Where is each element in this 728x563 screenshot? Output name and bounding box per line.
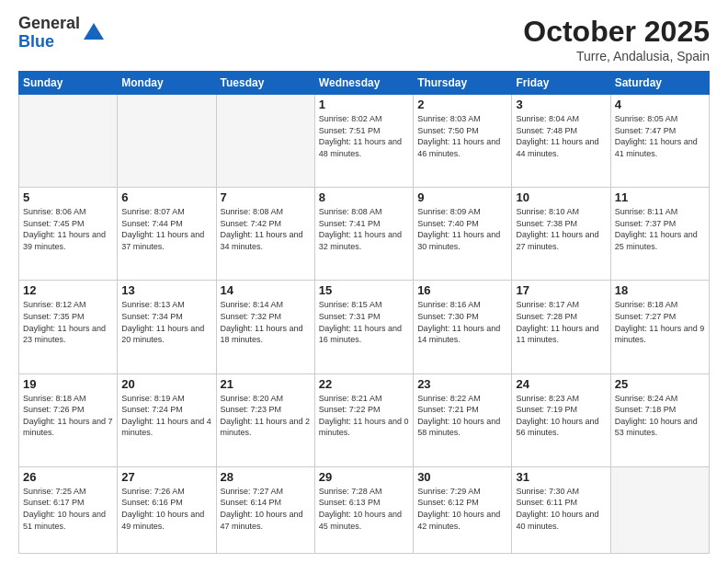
day-info: Sunrise: 7:29 AM Sunset: 6:12 PM Dayligh…	[417, 486, 507, 532]
table-row: 8Sunrise: 8:08 AM Sunset: 7:41 PM Daylig…	[314, 188, 413, 281]
day-number: 3	[516, 98, 606, 111]
month-title: October 2025	[523, 15, 710, 49]
table-row: 7Sunrise: 8:08 AM Sunset: 7:42 PM Daylig…	[216, 188, 314, 281]
table-row: 15Sunrise: 8:15 AM Sunset: 7:31 PM Dayli…	[314, 281, 413, 373]
table-row: 2Sunrise: 8:03 AM Sunset: 7:50 PM Daylig…	[414, 95, 512, 188]
table-row: 5Sunrise: 8:06 AM Sunset: 7:45 PM Daylig…	[19, 188, 118, 281]
logo: General Blue	[18, 15, 104, 52]
day-info: Sunrise: 8:20 AM Sunset: 7:23 PM Dayligh…	[221, 393, 311, 439]
day-number: 16	[417, 283, 507, 297]
table-row: 9Sunrise: 8:09 AM Sunset: 7:40 PM Daylig…	[414, 188, 512, 281]
day-info: Sunrise: 8:08 AM Sunset: 7:42 PM Dayligh…	[221, 206, 311, 252]
day-number: 6	[121, 190, 211, 204]
day-info: Sunrise: 8:22 AM Sunset: 7:21 PM Dayligh…	[417, 393, 507, 439]
day-number: 5	[23, 190, 113, 204]
day-info: Sunrise: 7:28 AM Sunset: 6:13 PM Dayligh…	[319, 486, 409, 532]
day-number: 18	[615, 283, 705, 297]
table-row	[610, 466, 709, 553]
day-info: Sunrise: 8:10 AM Sunset: 7:38 PM Dayligh…	[516, 206, 606, 252]
table-row: 31Sunrise: 7:30 AM Sunset: 6:11 PM Dayli…	[512, 466, 610, 553]
logo-text-block: General Blue	[18, 15, 104, 52]
day-info: Sunrise: 8:09 AM Sunset: 7:40 PM Dayligh…	[417, 206, 507, 252]
day-number: 23	[417, 377, 507, 391]
day-number: 15	[319, 283, 409, 297]
table-row: 27Sunrise: 7:26 AM Sunset: 6:16 PM Dayli…	[118, 466, 216, 553]
day-number: 29	[319, 470, 409, 484]
table-row: 18Sunrise: 8:18 AM Sunset: 7:27 PM Dayli…	[610, 281, 709, 373]
day-info: Sunrise: 8:19 AM Sunset: 7:24 PM Dayligh…	[121, 393, 211, 439]
location: Turre, Andalusia, Spain	[523, 49, 710, 63]
day-info: Sunrise: 8:15 AM Sunset: 7:31 PM Dayligh…	[319, 299, 409, 345]
col-thursday: Thursday	[414, 72, 512, 95]
day-number: 30	[417, 470, 507, 484]
logo-general: General Blue	[18, 15, 80, 52]
day-number: 19	[23, 377, 113, 391]
calendar-header-row: Sunday Monday Tuesday Wednesday Thursday…	[19, 72, 710, 95]
table-row: 11Sunrise: 8:11 AM Sunset: 7:37 PM Dayli…	[610, 188, 709, 281]
table-row	[19, 95, 118, 188]
day-info: Sunrise: 8:18 AM Sunset: 7:27 PM Dayligh…	[615, 299, 705, 345]
table-row: 24Sunrise: 8:23 AM Sunset: 7:19 PM Dayli…	[512, 373, 610, 466]
day-number: 28	[221, 470, 311, 484]
day-number: 21	[221, 377, 311, 391]
day-info: Sunrise: 8:07 AM Sunset: 7:44 PM Dayligh…	[121, 206, 211, 252]
day-info: Sunrise: 7:26 AM Sunset: 6:16 PM Dayligh…	[121, 486, 211, 532]
day-number: 25	[615, 377, 705, 391]
day-info: Sunrise: 8:16 AM Sunset: 7:30 PM Dayligh…	[417, 299, 507, 345]
page: General Blue October 2025 Turre, Andalus…	[0, 0, 728, 563]
table-row: 25Sunrise: 8:24 AM Sunset: 7:18 PM Dayli…	[610, 373, 709, 466]
table-row: 4Sunrise: 8:05 AM Sunset: 7:47 PM Daylig…	[610, 95, 709, 188]
day-info: Sunrise: 8:23 AM Sunset: 7:19 PM Dayligh…	[516, 393, 606, 439]
table-row: 14Sunrise: 8:14 AM Sunset: 7:32 PM Dayli…	[216, 281, 314, 373]
day-number: 14	[221, 283, 311, 297]
day-number: 11	[615, 190, 705, 204]
logo-triangle-icon	[84, 21, 104, 41]
table-row: 17Sunrise: 8:17 AM Sunset: 7:28 PM Dayli…	[512, 281, 610, 373]
table-row: 1Sunrise: 8:02 AM Sunset: 7:51 PM Daylig…	[314, 95, 413, 188]
table-row: 29Sunrise: 7:28 AM Sunset: 6:13 PM Dayli…	[314, 466, 413, 553]
day-number: 4	[615, 98, 705, 111]
table-row: 13Sunrise: 8:13 AM Sunset: 7:34 PM Dayli…	[118, 281, 216, 373]
title-block: October 2025 Turre, Andalusia, Spain	[523, 15, 710, 63]
day-info: Sunrise: 8:21 AM Sunset: 7:22 PM Dayligh…	[319, 393, 409, 439]
day-number: 31	[516, 470, 606, 484]
table-row: 22Sunrise: 8:21 AM Sunset: 7:22 PM Dayli…	[314, 373, 413, 466]
table-row: 21Sunrise: 8:20 AM Sunset: 7:23 PM Dayli…	[216, 373, 314, 466]
col-tuesday: Tuesday	[216, 72, 314, 95]
day-number: 13	[121, 283, 211, 297]
day-number: 10	[516, 190, 606, 204]
table-row: 16Sunrise: 8:16 AM Sunset: 7:30 PM Dayli…	[414, 281, 512, 373]
col-saturday: Saturday	[610, 72, 709, 95]
day-info: Sunrise: 7:25 AM Sunset: 6:17 PM Dayligh…	[23, 486, 113, 532]
table-row: 30Sunrise: 7:29 AM Sunset: 6:12 PM Dayli…	[414, 466, 512, 553]
table-row: 28Sunrise: 7:27 AM Sunset: 6:14 PM Dayli…	[216, 466, 314, 553]
header: General Blue October 2025 Turre, Andalus…	[18, 15, 710, 63]
day-number: 20	[121, 377, 211, 391]
day-number: 22	[319, 377, 409, 391]
col-sunday: Sunday	[19, 72, 118, 95]
day-number: 1	[319, 98, 409, 111]
col-monday: Monday	[118, 72, 216, 95]
day-number: 2	[417, 98, 507, 111]
table-row: 10Sunrise: 8:10 AM Sunset: 7:38 PM Dayli…	[512, 188, 610, 281]
table-row: 23Sunrise: 8:22 AM Sunset: 7:21 PM Dayli…	[414, 373, 512, 466]
day-info: Sunrise: 8:17 AM Sunset: 7:28 PM Dayligh…	[516, 299, 606, 345]
table-row	[216, 95, 314, 188]
day-number: 17	[516, 283, 606, 297]
day-info: Sunrise: 8:24 AM Sunset: 7:18 PM Dayligh…	[615, 393, 705, 439]
day-info: Sunrise: 8:05 AM Sunset: 7:47 PM Dayligh…	[615, 113, 705, 159]
day-info: Sunrise: 8:14 AM Sunset: 7:32 PM Dayligh…	[221, 299, 311, 345]
day-number: 24	[516, 377, 606, 391]
day-info: Sunrise: 8:04 AM Sunset: 7:48 PM Dayligh…	[516, 113, 606, 159]
table-row: 6Sunrise: 8:07 AM Sunset: 7:44 PM Daylig…	[118, 188, 216, 281]
day-info: Sunrise: 8:06 AM Sunset: 7:45 PM Dayligh…	[23, 206, 113, 252]
col-wednesday: Wednesday	[314, 72, 413, 95]
day-info: Sunrise: 7:27 AM Sunset: 6:14 PM Dayligh…	[221, 486, 311, 532]
svg-marker-0	[84, 23, 104, 40]
day-info: Sunrise: 8:02 AM Sunset: 7:51 PM Dayligh…	[319, 113, 409, 159]
day-info: Sunrise: 8:12 AM Sunset: 7:35 PM Dayligh…	[23, 299, 113, 345]
day-info: Sunrise: 8:03 AM Sunset: 7:50 PM Dayligh…	[417, 113, 507, 159]
table-row: 26Sunrise: 7:25 AM Sunset: 6:17 PM Dayli…	[19, 466, 118, 553]
day-info: Sunrise: 7:30 AM Sunset: 6:11 PM Dayligh…	[516, 486, 606, 532]
day-number: 9	[417, 190, 507, 204]
